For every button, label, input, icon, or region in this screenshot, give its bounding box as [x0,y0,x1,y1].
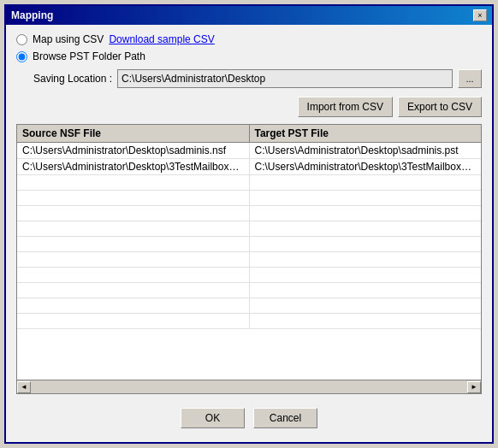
ok-button[interactable]: OK [181,408,245,428]
csv-radio[interactable] [16,34,27,45]
export-csv-button[interactable]: Export to CSV [398,97,482,117]
mapping-dialog: Mapping × Map using CSV Download sample … [4,4,494,444]
import-csv-button[interactable]: Import from CSV [298,97,393,117]
empty-row [17,252,481,268]
table-row[interactable]: C:\Users\Administrator\Desktop\3TestMail… [17,159,481,175]
title-bar-buttons: × [473,9,487,21]
action-button-row: Import from CSV Export to CSV [16,97,482,117]
saving-location-row: Saving Location : ... [16,69,482,88]
saving-location-label: Saving Location : [33,73,112,85]
table-row[interactable]: C:\Users\Administrator\Desktop\sadminis.… [17,143,481,159]
target-cell: C:\Users\Administrator\Desktop\sadminis.… [250,143,482,158]
scroll-right-button[interactable]: ► [467,381,481,393]
browse-radio-label: Browse PST Folder Path [33,50,145,62]
cancel-button[interactable]: Cancel [253,408,317,428]
table-body: C:\Users\Administrator\Desktop\sadminis.… [17,143,481,380]
empty-row [17,298,481,314]
empty-row [17,237,481,252]
close-button[interactable]: × [473,9,487,21]
dialog-title: Mapping [11,9,53,21]
empty-row [17,283,481,298]
empty-row [17,221,481,237]
download-sample-csv-link[interactable]: Download sample CSV [109,33,214,45]
scroll-track [31,382,467,392]
title-bar: Mapping × [6,6,492,25]
empty-row [17,191,481,206]
footer-buttons: OK Cancel [16,401,482,433]
browse-button[interactable]: ... [458,69,482,88]
browse-radio[interactable] [16,51,27,62]
dialog-body: Map using CSV Download sample CSV Browse… [6,25,492,442]
empty-row [17,268,481,283]
target-cell: C:\Users\Administrator\Desktop\3TestMail… [250,159,482,174]
browse-radio-row: Browse PST Folder Path [16,50,482,62]
csv-radio-row: Map using CSV Download sample CSV [16,33,482,45]
target-col-header: Target PST File [250,125,482,142]
source-col-header: Source NSF File [17,125,250,142]
radio-group: Map using CSV Download sample CSV Browse… [16,33,482,62]
empty-row [17,206,481,221]
empty-row [17,175,481,191]
scroll-left-button[interactable]: ◄ [17,381,31,393]
source-cell: C:\Users\Administrator\Desktop\sadminis.… [17,143,250,158]
source-cell: C:\Users\Administrator\Desktop\3TestMail… [17,159,250,174]
table-header: Source NSF File Target PST File [17,125,481,143]
saving-location-input[interactable] [117,69,453,88]
horizontal-scrollbar[interactable]: ◄ ► [17,380,481,393]
mapping-table: Source NSF File Target PST File C:\Users… [16,124,482,394]
empty-row [17,314,481,329]
csv-radio-label: Map using CSV [33,33,104,45]
